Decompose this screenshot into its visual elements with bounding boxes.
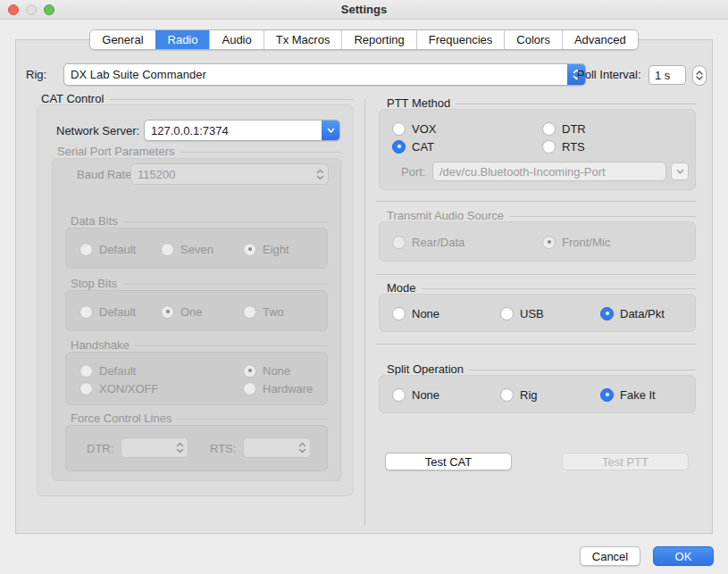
radio-label: Seven	[180, 243, 213, 256]
radio-data-bits-default: Default	[79, 242, 136, 256]
radio-mode-usb[interactable]: USB	[500, 306, 544, 320]
mode-group: None USB Data/Pkt	[379, 294, 696, 332]
chevron-down-icon	[696, 76, 703, 80]
radio-mode-none[interactable]: None	[392, 306, 439, 320]
radio-stop-bits-one: One	[161, 304, 203, 319]
radio-label: Rig	[520, 388, 538, 402]
section-divider	[376, 201, 696, 202]
handshake-group: Default XON/XOFF None Hardware	[65, 352, 328, 405]
stop-bits-group: Default One Two	[65, 290, 328, 331]
rig-value: DX Lab Suite Commander	[64, 68, 567, 81]
force-control-lines-title: Force Control Lines	[71, 412, 328, 424]
section-divider	[376, 274, 696, 275]
port-select: /dev/cu.Bluetooth-Incoming-Port	[432, 162, 666, 181]
data-bits-group: Default Seven Eight	[65, 228, 328, 269]
tab-radio[interactable]: Radio	[155, 30, 210, 49]
radio-icon	[243, 364, 256, 378]
tab-reporting[interactable]: Reporting	[341, 30, 415, 49]
radio-label: XON/XOFF	[99, 382, 158, 395]
radio-icon	[392, 307, 406, 320]
ok-button[interactable]: OK	[653, 546, 714, 566]
network-server-label: Network Server:	[56, 124, 139, 137]
chevron-down-icon	[676, 169, 684, 175]
rts-label: RTS:	[210, 442, 236, 455]
title-bar: Settings	[0, 0, 728, 20]
radio-label: Rear/Data	[412, 236, 464, 249]
radio-label: CAT	[412, 140, 434, 154]
baud-rate-value: 115200	[131, 168, 312, 181]
radio-icon	[161, 243, 174, 256]
radio-stop-bits-default: Default	[79, 304, 136, 319]
popup-arrows-icon	[294, 438, 310, 457]
split-operation-group: None Rig Fake It	[379, 375, 696, 413]
radio-mode-data-pkt[interactable]: Data/Pkt	[600, 306, 665, 320]
radio-icon	[392, 236, 406, 249]
cancel-button[interactable]: Cancel	[580, 546, 640, 566]
radio-split-none[interactable]: None	[392, 387, 439, 402]
poll-interval-stepper[interactable]	[692, 65, 707, 86]
radio-label: Two	[263, 305, 284, 319]
port-label: Port:	[401, 165, 425, 179]
port-dropdown-button	[671, 162, 689, 180]
rts-select	[243, 437, 311, 458]
radio-handshake-none: None	[243, 363, 290, 378]
transmit-audio-source-title: Transmit Audio Source	[387, 209, 696, 221]
poll-interval-input[interactable]: 1 s	[649, 65, 686, 85]
dtr-label: DTR:	[87, 442, 113, 455]
data-bits-title: Data Bits	[71, 214, 328, 227]
radio-icon	[243, 243, 256, 256]
column-divider	[364, 99, 365, 526]
radio-icon	[392, 140, 406, 154]
stop-bits-title: Stop Bits	[71, 277, 328, 289]
section-divider	[376, 344, 696, 345]
network-server-select[interactable]: 127.0.0.1:7374	[144, 120, 340, 141]
test-cat-button[interactable]: Test CAT	[385, 453, 512, 470]
network-server-value: 127.0.0.1:7374	[145, 124, 322, 137]
radio-handshake-xonxoff: XON/XOFF	[79, 381, 158, 395]
radio-audio-rear-data: Rear/Data	[392, 235, 464, 249]
tab-advanced[interactable]: Advanced	[562, 30, 638, 49]
tab-bar: General Radio Audio Tx Macros Reporting …	[0, 29, 728, 50]
tab-tx-macros[interactable]: Tx Macros	[264, 30, 342, 49]
mode-title: Mode	[387, 281, 696, 294]
radio-label: None	[263, 364, 290, 378]
tab-colors[interactable]: Colors	[504, 30, 562, 49]
radio-label: USB	[520, 307, 544, 320]
radio-label: DTR	[562, 122, 586, 136]
baud-rate-select: 115200	[130, 163, 329, 185]
window-title: Settings	[0, 3, 728, 16]
serial-port-title: Serial Port Parameters	[57, 145, 341, 157]
radio-split-rig[interactable]: Rig	[500, 387, 538, 402]
radio-ptt-vox[interactable]: VOX	[392, 121, 436, 136]
radio-icon	[243, 305, 256, 319]
handshake-title: Handshake	[71, 338, 328, 351]
tab-frequencies[interactable]: Frequencies	[416, 30, 505, 49]
radio-icon	[79, 382, 93, 395]
radio-ptt-rts[interactable]: RTS	[542, 139, 585, 154]
tab-audio[interactable]: Audio	[209, 30, 263, 49]
baud-rate-label: Baud Rate:	[77, 168, 135, 181]
radio-icon	[600, 307, 614, 320]
radio-label: One	[180, 305, 203, 319]
radio-label: RTS	[562, 140, 585, 154]
radio-icon	[392, 388, 406, 402]
ptt-method-title: PTT Method	[387, 96, 696, 109]
chevron-up-icon	[696, 71, 703, 75]
cat-control-title: CAT Control	[41, 92, 354, 104]
tab-general[interactable]: General	[90, 30, 155, 49]
dtr-select	[121, 437, 188, 458]
radio-label: Default	[99, 243, 136, 256]
radio-ptt-cat[interactable]: CAT	[392, 139, 434, 154]
radio-label: Front/Mic	[562, 236, 610, 249]
radio-label: None	[412, 388, 439, 402]
split-operation-title: Split Operation	[387, 362, 696, 375]
radio-audio-front-mic: Front/Mic	[542, 235, 610, 249]
radio-data-bits-seven: Seven	[161, 242, 213, 256]
radio-icon	[600, 388, 614, 402]
radio-data-bits-eight: Eight	[243, 242, 289, 256]
rig-select[interactable]: DX Lab Suite Commander	[63, 63, 586, 86]
radio-split-fake-it[interactable]: Fake It	[600, 387, 656, 402]
radio-ptt-dtr[interactable]: DTR	[542, 121, 586, 136]
settings-panel: Rig: DX Lab Suite Commander Poll Interva…	[15, 39, 713, 534]
radio-label: Default	[99, 305, 136, 319]
